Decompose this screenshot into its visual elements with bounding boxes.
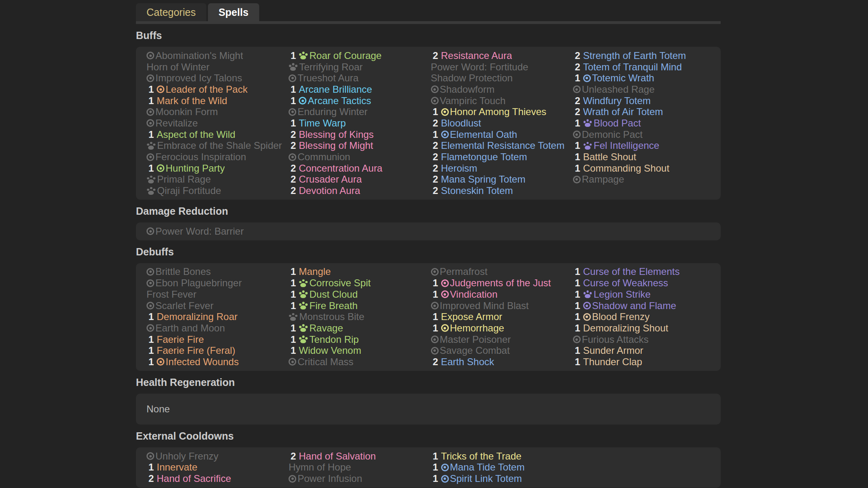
spell-row[interactable]: 1Hunting Party [146, 163, 289, 174]
spell-row[interactable]: Embrace of the Shale Spider [146, 140, 289, 152]
spell-row[interactable]: 1Ravage [289, 322, 431, 334]
tab-spells[interactable]: Spells [208, 3, 259, 21]
spell-row[interactable]: 2Stoneskin Totem [431, 185, 573, 196]
spell-row[interactable]: Communion [289, 151, 431, 163]
spell-row[interactable]: 1Infected Wounds [146, 356, 289, 368]
spell-row[interactable]: 2Heroism [431, 163, 573, 174]
spell-row[interactable]: Ferocious Inspiration [146, 151, 289, 163]
spell-row[interactable]: 1Demoralizing Shout [573, 322, 715, 334]
spell-row[interactable]: 1Innervate [146, 462, 289, 473]
spell-row[interactable]: Terrifying Roar [289, 61, 431, 73]
spell-row[interactable]: Trueshot Aura [289, 72, 431, 84]
spell-row[interactable]: Unleashed Rage [573, 84, 715, 95]
spell-row[interactable]: Power Word: Barrier [146, 226, 289, 237]
spell-row[interactable]: 1Judgements of the Just [431, 277, 573, 289]
spell-row[interactable]: Critical Mass [289, 356, 431, 368]
spell-row[interactable]: 2Totem of Tranquil Mind [573, 61, 715, 73]
spell-row[interactable]: 1Mana Tide Totem [431, 462, 573, 473]
spell-row[interactable]: 2Resistance Aura [431, 50, 573, 61]
spell-label: Arcane Brilliance [299, 84, 372, 95]
spell-row[interactable]: Furious Attacks [573, 334, 715, 345]
spell-row[interactable]: 2Strength of Earth Totem [573, 50, 715, 61]
spell-row[interactable]: 2Flametongue Totem [431, 151, 573, 163]
spell-row[interactable]: Master Poisoner [431, 334, 573, 345]
spell-row[interactable]: 1Honor Among Thieves [431, 106, 573, 118]
spell-row[interactable]: 1Hemorrhage [431, 322, 573, 334]
spell-row[interactable]: 2Hand of Salvation [289, 451, 431, 462]
spell-row[interactable]: Ebon Plaguebringer [146, 277, 289, 289]
spell-row[interactable]: Rampage [573, 174, 715, 185]
spell-row[interactable]: 1Curse of Weakness [573, 277, 715, 289]
spell-row[interactable]: 2Devotion Aura [289, 185, 431, 196]
spell-row[interactable]: 1Leader of the Pack [146, 84, 289, 95]
spell-row[interactable]: Enduring Winter [289, 106, 431, 118]
spell-row[interactable]: 2Mana Spring Totem [431, 174, 573, 185]
spell-row[interactable]: Revitalize [146, 118, 289, 129]
spell-row[interactable]: Primal Rage [146, 174, 289, 185]
spell-row[interactable]: 2Hand of Sacrifice [146, 473, 289, 484]
spell-row[interactable]: 1Fel Intelligence [573, 140, 715, 152]
spell-row[interactable]: 1Time Warp [289, 118, 431, 129]
spell-row[interactable]: Demonic Pact [573, 129, 715, 140]
spell-row[interactable]: Savage Combat [431, 345, 573, 356]
spell-row[interactable]: Permafrost [431, 266, 573, 278]
spell-row[interactable]: Horn of Winter [146, 61, 289, 73]
spell-row[interactable]: 1Commanding Shout [573, 163, 715, 174]
spell-row[interactable]: Brittle Bones [146, 266, 289, 278]
spell-row[interactable]: 2Blessing of Might [289, 140, 431, 152]
spell-row[interactable]: 1Mangle [289, 266, 431, 278]
spell-row[interactable]: Shadowform [431, 84, 573, 95]
spell-row[interactable]: Improved Mind Blast [431, 300, 573, 312]
spell-row[interactable]: 1Expose Armor [431, 311, 573, 322]
spell-row[interactable]: Power Word: Fortitude [431, 61, 573, 73]
spell-row[interactable]: 1Dust Cloud [289, 289, 431, 300]
spell-row[interactable]: 1Sunder Armor [573, 345, 715, 356]
spell-row[interactable]: Power Infusion [289, 473, 431, 484]
spell-row[interactable]: 2Earth Shock [431, 356, 573, 368]
spell-row[interactable]: 2Concentration Aura [289, 163, 431, 174]
spell-row[interactable]: 1Mark of the Wild [146, 95, 289, 107]
spell-row[interactable]: Improved Icy Talons [146, 72, 289, 84]
spell-row[interactable]: 1Roar of Courage [289, 50, 431, 61]
spell-row[interactable]: 2Crusader Aura [289, 174, 431, 185]
spell-row[interactable]: Vampiric Touch [431, 95, 573, 107]
spell-row[interactable]: 1Legion Strike [573, 289, 715, 300]
spell-row[interactable]: 1Tricks of the Trade [431, 451, 573, 462]
spell-row[interactable]: 2Blessing of Kings [289, 129, 431, 140]
spell-row[interactable]: 1Tendon Rip [289, 334, 431, 345]
spell-row[interactable]: 1Curse of the Elements [573, 266, 715, 278]
spell-row[interactable]: 2Windfury Totem [573, 95, 715, 107]
spell-row[interactable]: 2Elemental Resistance Totem [431, 140, 573, 152]
tab-categories[interactable]: Categories [136, 3, 206, 21]
spell-row[interactable]: 2Bloodlust [431, 118, 573, 129]
spell-row[interactable]: 1Vindication [431, 289, 573, 300]
spell-row[interactable]: 1Totemic Wrath [573, 72, 715, 84]
spell-row[interactable]: 1Demoralizing Roar [146, 311, 289, 322]
spell-row[interactable]: Shadow Protection [431, 72, 573, 84]
spell-row[interactable]: 1Widow Venom [289, 345, 431, 356]
spell-row[interactable]: 1Shadow and Flame [573, 300, 715, 312]
spell-row[interactable]: Earth and Moon [146, 322, 289, 334]
spell-row[interactable]: 1Faerie Fire [146, 334, 289, 345]
spell-row[interactable]: Unholy Frenzy [146, 451, 289, 462]
spell-row[interactable]: 1Faerie Fire (Feral) [146, 345, 289, 356]
spell-row[interactable]: 1Blood Frenzy [573, 311, 715, 322]
spell-row[interactable]: Qiraji Fortitude [146, 185, 289, 196]
spell-row[interactable]: Moonkin Form [146, 106, 289, 118]
spell-row[interactable]: Frost Fever [146, 289, 289, 300]
spell-row[interactable]: 1Elemental Oath [431, 129, 573, 140]
spell-row[interactable]: 1Corrosive Spit [289, 277, 431, 289]
spell-row[interactable]: 1Fire Breath [289, 300, 431, 312]
spell-row[interactable]: 2Wrath of Air Totem [573, 106, 715, 118]
spell-row[interactable]: Scarlet Fever [146, 300, 289, 312]
spell-row[interactable]: 1Arcane Tactics [289, 95, 431, 107]
spell-row[interactable]: Abomination's Might [146, 50, 289, 61]
spell-row[interactable]: 1Arcane Brilliance [289, 84, 431, 95]
spell-row[interactable]: 1Spirit Link Totem [431, 473, 573, 484]
spell-row[interactable]: 1Blood Pact [573, 118, 715, 129]
spell-row[interactable]: 1Battle Shout [573, 151, 715, 163]
spell-row[interactable]: Monstrous Bite [289, 311, 431, 322]
spell-row[interactable]: Hymn of Hope [289, 462, 431, 473]
spell-row[interactable]: 1Aspect of the Wild [146, 129, 289, 140]
spell-row[interactable]: 1Thunder Clap [573, 356, 715, 368]
